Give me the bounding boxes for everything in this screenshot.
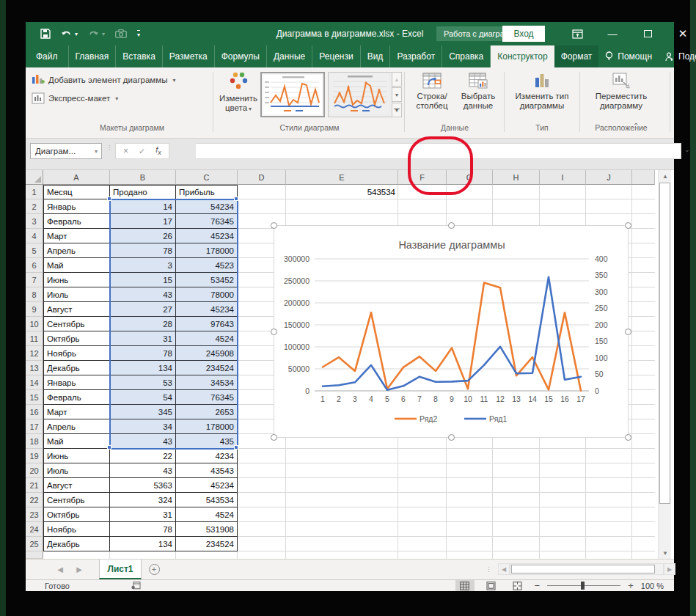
sheet-nav-left-icon[interactable]: ◀ <box>51 560 70 579</box>
tab-Разработ[interactable]: Разработ <box>390 45 442 67</box>
chart-handle-ml[interactable] <box>271 329 277 335</box>
chart-handle-br[interactable] <box>625 434 631 441</box>
column-header-A[interactable]: A <box>43 170 110 185</box>
collapse-ribbon-icon[interactable]: ⌃ <box>633 122 639 130</box>
column-header-G[interactable]: G <box>447 170 493 185</box>
formula-input[interactable] <box>196 143 681 159</box>
cell-B1[interactable]: Продано <box>110 185 176 199</box>
cell-A7[interactable]: Июнь <box>43 273 110 287</box>
selection-handle-br[interactable] <box>234 445 238 450</box>
cell-C20[interactable]: 43543 <box>176 463 238 478</box>
column-header-B[interactable]: B <box>110 170 176 185</box>
cell-B25[interactable]: 134 <box>110 537 176 551</box>
row-header-17[interactable]: 17 <box>26 419 43 434</box>
row-header-16[interactable]: 16 <box>26 405 43 419</box>
cell-B24[interactable]: 78 <box>110 522 176 537</box>
add-sheet-icon[interactable]: + <box>142 560 166 579</box>
cell-A12[interactable]: Ноябрь <box>43 346 110 361</box>
cell-A15[interactable]: Февраль <box>43 390 110 405</box>
vertical-scrollbar[interactable]: ▲ ▼ <box>658 170 671 559</box>
change-colors-button[interactable]: Изменить цвета▾ <box>218 72 259 114</box>
zoom-out-icon[interactable]: − <box>535 580 541 591</box>
row-header-7[interactable]: 7 <box>26 273 43 287</box>
row-header-13[interactable]: 13 <box>26 361 43 375</box>
cell-A13[interactable]: Декабрь <box>43 361 110 375</box>
camera-icon[interactable] <box>115 29 127 38</box>
cell-C22[interactable]: 543534 <box>176 493 238 507</box>
chart-handle-tl[interactable] <box>271 222 277 229</box>
row-header-18[interactable]: 18 <box>26 434 43 449</box>
cell-A8[interactable]: Июль <box>43 287 110 302</box>
hscroll-left-icon[interactable]: ◀ <box>498 563 510 575</box>
add-chart-element-button[interactable]: Добавить элемент диаграммы▾ <box>32 73 175 87</box>
namebox-resize-handle[interactable]: ⋮ <box>106 146 113 150</box>
cell-A25[interactable]: Декабрь <box>43 537 110 551</box>
worksheet-grid[interactable]: ABCDEFGHIJ 12345678910111213141516171819… <box>26 170 674 559</box>
cell-A11[interactable]: Октябрь <box>43 331 110 346</box>
hscroll-right-icon[interactable]: ▶ <box>664 563 675 575</box>
chart-object[interactable]: 0500001000001500002000002500003000000501… <box>274 225 629 438</box>
cell-B19[interactable]: 22 <box>110 449 176 463</box>
row-header-12[interactable]: 12 <box>26 346 43 361</box>
expand-formula-bar-icon[interactable]: ⌄ <box>684 146 690 153</box>
tab-Главная[interactable]: Главная <box>69 45 117 67</box>
horizontal-scroll-thumb[interactable] <box>511 565 655 573</box>
minimize-button[interactable]: — <box>596 22 629 45</box>
row-header-15[interactable]: 15 <box>26 390 43 405</box>
name-box-dropdown-icon[interactable]: ▾ <box>95 148 101 155</box>
row-header-23[interactable]: 23 <box>26 507 43 522</box>
chart-style-thumb-1[interactable] <box>260 72 325 117</box>
column-header-partial[interactable] <box>632 170 655 185</box>
cell-A10[interactable]: Сентябрь <box>43 317 110 331</box>
vertical-scroll-thumb[interactable] <box>659 183 670 504</box>
row-header-25[interactable]: 25 <box>26 537 43 551</box>
maximize-button[interactable] <box>631 22 664 45</box>
insert-function-icon[interactable]: fx <box>155 145 161 156</box>
cell-A6[interactable]: Май <box>43 258 110 273</box>
cell-A9[interactable]: Август <box>43 302 110 317</box>
macro-record-icon[interactable] <box>131 582 141 590</box>
tab-Формат[interactable]: Формат <box>554 45 599 67</box>
selection-handle-bl[interactable] <box>107 445 111 450</box>
cell-C1[interactable]: Прибыль <box>176 185 238 199</box>
cell-A1[interactable]: Месяц <box>43 185 110 199</box>
row-header-2[interactable]: 2 <box>26 199 43 214</box>
select-data-button[interactable]: Выбрать данные <box>457 72 499 111</box>
change-chart-type-button[interactable]: Изменить тип диаграммы <box>508 72 576 111</box>
cell-A21[interactable]: Август <box>43 478 110 493</box>
move-chart-button[interactable]: Переместить диаграмму <box>585 72 658 111</box>
column-header-I[interactable]: I <box>540 170 586 185</box>
row-column-button[interactable]: Строка/ столбец <box>409 72 455 111</box>
row-header-19[interactable]: 19 <box>26 449 43 463</box>
enter-formula-icon[interactable]: ✓ <box>139 147 145 156</box>
cell-A3[interactable]: Февраль <box>43 214 110 229</box>
row-header-20[interactable]: 20 <box>26 463 43 478</box>
tab-Рецензи[interactable]: Рецензи <box>312 45 360 67</box>
chart-handle-tc[interactable] <box>448 222 455 229</box>
cell-C19[interactable]: 4234 <box>176 449 238 463</box>
cell-A23[interactable]: Октябрь <box>43 507 110 522</box>
share-button[interactable]: Поделиться <box>659 51 696 62</box>
column-header-C[interactable]: C <box>176 170 238 185</box>
zoom-slider-thumb[interactable] <box>581 582 585 590</box>
normal-view-icon[interactable] <box>455 580 475 591</box>
cell-A17[interactable]: Апрель <box>43 419 110 434</box>
qat-customize-icon[interactable]: ▾ <box>137 30 140 38</box>
scroll-down-icon[interactable]: ▼ <box>659 547 671 559</box>
zoom-level[interactable]: 100 % <box>641 582 664 590</box>
row-header-11[interactable]: 11 <box>26 331 43 346</box>
selection-handle-tl[interactable] <box>107 197 111 201</box>
page-layout-view-icon[interactable] <box>482 580 501 591</box>
row-header-5[interactable]: 5 <box>26 243 43 258</box>
tab-Данные[interactable]: Данные <box>267 45 312 67</box>
sheet-nav-right-icon[interactable]: ▶ <box>70 560 89 579</box>
column-header-E[interactable]: E <box>286 170 398 185</box>
cell-A4[interactable]: Март <box>43 229 110 243</box>
splitter-dots-icon[interactable]: ⋮ <box>486 568 492 571</box>
undo-caret-icon[interactable]: ▾ <box>75 31 78 37</box>
cell-B20[interactable]: 43 <box>110 463 176 478</box>
row-header-10[interactable]: 10 <box>26 317 43 331</box>
horizontal-scrollbar[interactable]: ⋮ ◀ ▶ <box>486 562 675 576</box>
zoom-slider[interactable] <box>547 585 620 586</box>
cell-A24[interactable]: Ноябрь <box>43 522 110 537</box>
